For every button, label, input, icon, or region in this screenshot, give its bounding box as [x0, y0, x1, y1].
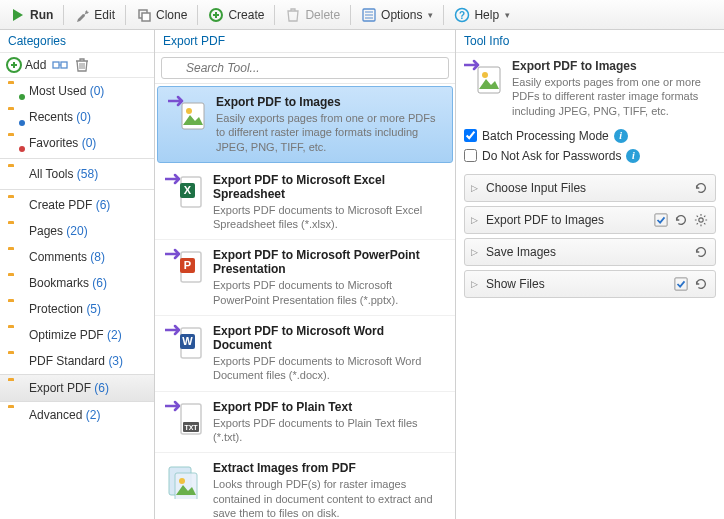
plus-icon [6, 57, 22, 73]
steps-accordion: ▷ Choose Input Files ▷ Export PDF to Ima… [464, 174, 716, 298]
tool-item[interactable]: X Export PDF to Microsoft Excel Spreadsh… [155, 165, 455, 241]
search-input[interactable] [161, 57, 449, 79]
chevron-right-icon: ▷ [471, 215, 481, 225]
help-button[interactable]: ? Help [448, 4, 516, 26]
category-item[interactable]: Bookmarks (6) [0, 270, 154, 296]
create-button[interactable]: Create [202, 4, 270, 26]
categories-header: Categories [0, 30, 154, 53]
category-item[interactable]: Optimize PDF (2) [0, 322, 154, 348]
category-item[interactable]: Favorites (0) [0, 130, 154, 156]
svg-rect-37 [478, 67, 500, 93]
separator [197, 5, 198, 25]
delete-button[interactable]: Delete [279, 4, 346, 26]
tool-description: Exports PDF documents to Microsoft Power… [213, 278, 445, 307]
chevron-right-icon: ▷ [471, 279, 481, 289]
tool-icon [165, 461, 203, 499]
tool-icon: TXT [165, 400, 203, 438]
category-item[interactable]: All Tools (58) [0, 161, 154, 187]
svg-rect-2 [142, 13, 150, 21]
category-item[interactable]: Pages (20) [0, 218, 154, 244]
accordion-header[interactable]: ▷ Show Files [465, 271, 715, 297]
category-item[interactable]: Export PDF (6) [0, 374, 154, 402]
reset-icon[interactable] [693, 244, 709, 260]
info-description: Easily exports pages from one or more PD… [512, 75, 716, 118]
category-item[interactable]: Most Used (0) [0, 78, 154, 104]
separator [443, 5, 444, 25]
svg-rect-35 [175, 473, 197, 499]
options-button[interactable]: Options [355, 4, 439, 26]
tool-title: Export PDF to Plain Text [213, 400, 445, 414]
help-icon: ? [454, 7, 470, 23]
svg-text:P: P [184, 259, 191, 271]
tool-item[interactable]: W Export PDF to Microsoft Word Document … [155, 316, 455, 392]
category-label: Optimize PDF (2) [29, 328, 122, 342]
accordion-label: Show Files [486, 277, 668, 291]
tool-list: Export PDF to Images Easily exports page… [155, 84, 455, 519]
add-category-button[interactable]: Add [6, 57, 46, 73]
category-item[interactable]: Protection (5) [0, 296, 154, 322]
svg-rect-13 [61, 62, 67, 68]
category-label: Favorites (0) [29, 136, 96, 150]
tools-panel: Export PDF Export PDF to Images Easily e… [155, 30, 456, 519]
no-password-label: Do Not Ask for Passwords [482, 149, 621, 163]
tool-description: Exports PDF documents to Plain Text file… [213, 416, 445, 445]
edit-button[interactable]: Edit [68, 4, 121, 26]
accordion-label: Choose Input Files [486, 181, 688, 195]
category-label: Recents (0) [29, 110, 91, 124]
accordion-label: Save Images [486, 245, 688, 259]
category-label: Export PDF (6) [29, 381, 109, 395]
run-button[interactable]: Run [4, 4, 59, 26]
tool-icon: P [165, 248, 203, 286]
tool-icon: X [165, 173, 203, 211]
trash-icon [285, 7, 301, 23]
reset-icon[interactable] [693, 180, 709, 196]
category-label: Comments (8) [29, 250, 105, 264]
gear-icon[interactable] [693, 212, 709, 228]
category-item[interactable]: Advanced (2) [0, 402, 154, 428]
tool-item[interactable]: TXT Export PDF to Plain Text Exports PDF… [155, 392, 455, 454]
svg-point-36 [179, 478, 185, 484]
rename-icon[interactable] [52, 57, 68, 73]
accordion-header[interactable]: ▷ Export PDF to Images [465, 207, 715, 233]
tool-item[interactable]: Export PDF to Images Easily exports page… [157, 86, 453, 163]
tool-title: Extract Images from PDF [213, 461, 445, 475]
clone-icon [136, 7, 152, 23]
reset-icon[interactable] [673, 212, 689, 228]
check-icon[interactable] [673, 276, 689, 292]
tool-item[interactable]: P Export PDF to Microsoft PowerPoint Pre… [155, 240, 455, 316]
tool-icon [168, 95, 206, 133]
main-toolbar: Run Edit Clone Create Delete Options ? H… [0, 0, 724, 30]
separator [63, 5, 64, 25]
chevron-right-icon: ▷ [471, 247, 481, 257]
delete-category-button[interactable] [74, 57, 90, 73]
no-password-checkbox[interactable] [464, 149, 477, 162]
category-item[interactable]: Recents (0) [0, 104, 154, 130]
svg-text:?: ? [459, 10, 465, 21]
info-icon[interactable]: i [614, 129, 628, 143]
svg-point-38 [482, 72, 488, 78]
category-label: Create PDF (6) [29, 198, 110, 212]
tool-description: Exports PDF documents to Microsoft Word … [213, 354, 445, 383]
category-item[interactable]: PDF Standard (3) [0, 348, 154, 374]
reset-icon[interactable] [693, 276, 709, 292]
category-label: Pages (20) [29, 224, 88, 238]
info-title: Export PDF to Images [512, 59, 716, 73]
svg-rect-39 [655, 214, 667, 226]
check-icon[interactable] [653, 212, 669, 228]
info-header: Tool Info [456, 30, 724, 53]
accordion-item: ▷ Show Files [464, 270, 716, 298]
tool-item[interactable]: Extract Images from PDF Looks through PD… [155, 453, 455, 519]
category-item[interactable]: Create PDF (6) [0, 192, 154, 218]
category-label: All Tools (58) [29, 167, 98, 181]
clone-button[interactable]: Clone [130, 4, 193, 26]
accordion-header[interactable]: ▷ Save Images [465, 239, 715, 265]
tool-description: Exports PDF documents to Microsoft Excel… [213, 203, 445, 232]
categories-toolbar: Add [0, 53, 154, 78]
info-icon[interactable]: i [626, 149, 640, 163]
accordion-header[interactable]: ▷ Choose Input Files [465, 175, 715, 201]
tool-title: Export PDF to Microsoft PowerPoint Prese… [213, 248, 445, 276]
wrench-icon [74, 7, 90, 23]
svg-point-21 [186, 108, 192, 114]
category-item[interactable]: Comments (8) [0, 244, 154, 270]
batch-mode-checkbox[interactable] [464, 129, 477, 142]
